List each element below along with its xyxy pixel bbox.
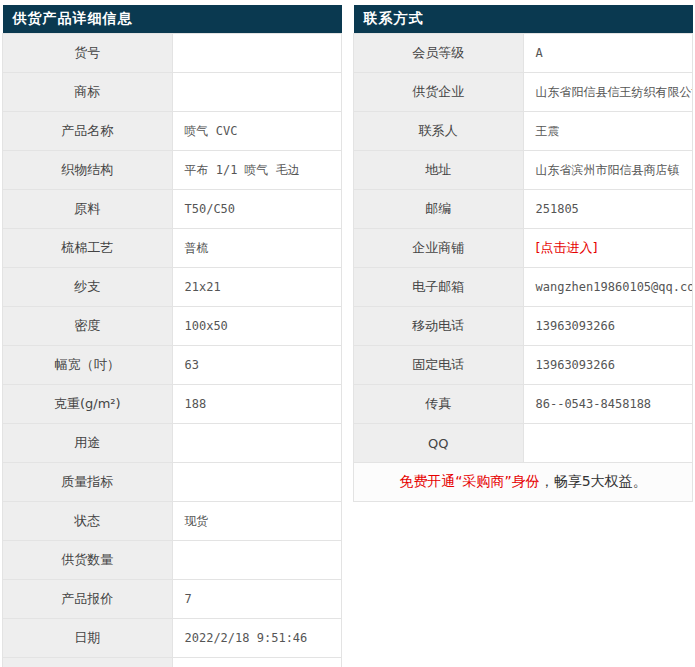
- row-value: 王震: [523, 112, 693, 151]
- row-label: 密度: [3, 307, 173, 346]
- row-label: 供货企业: [354, 73, 524, 112]
- row-label: 织物结构: [3, 151, 173, 190]
- table-row: 地址山东省滨州市阳信县商店镇: [354, 151, 693, 190]
- buyer-notice: 免费开通“采购商”身份，畅享5大权益。: [354, 463, 693, 502]
- row-label: 克重(g/m²): [3, 385, 173, 424]
- contact-title: 联系方式: [354, 5, 693, 34]
- supply-product-table: 供货产品详细信息 货号商标产品名称喷气 CVC织物结构平布 1/1 喷气 毛边原…: [2, 5, 342, 667]
- row-value: 2022/2/18 9:51:46: [172, 619, 342, 658]
- notice-row: 免费开通“采购商”身份，畅享5大权益。: [354, 463, 693, 502]
- row-value: [172, 34, 342, 73]
- row-label: 备注: [3, 658, 173, 667]
- row-label: 企业商铺: [354, 229, 524, 268]
- row-value: 63: [172, 346, 342, 385]
- row-value: [172, 73, 342, 112]
- table-row: 密度100x50: [3, 307, 342, 346]
- row-label: 质量指标: [3, 463, 173, 502]
- row-value: 13963093266: [523, 346, 693, 385]
- table-row: 商标: [3, 73, 342, 112]
- row-label: 固定电话: [354, 346, 524, 385]
- row-value: [523, 424, 693, 463]
- row-value: [点击进入]: [523, 229, 693, 268]
- table-header-row: 供货产品详细信息: [3, 5, 342, 34]
- table-row: 克重(g/m²)188: [3, 385, 342, 424]
- row-value: 13963093266: [523, 307, 693, 346]
- row-label: 原料: [3, 190, 173, 229]
- row-label: 商标: [3, 73, 173, 112]
- row-label: 幅宽（吋）: [3, 346, 173, 385]
- open-buyer-account-link[interactable]: 免费开通“采购商”身份: [399, 473, 540, 489]
- table-row: 幅宽（吋）63: [3, 346, 342, 385]
- row-value: 现货: [172, 502, 342, 541]
- table-row: 邮编251805: [354, 190, 693, 229]
- table-row: 织物结构平布 1/1 喷气 毛边: [3, 151, 342, 190]
- row-label: 纱支: [3, 268, 173, 307]
- table-row: 产品报价7: [3, 580, 342, 619]
- row-label: 用途: [3, 424, 173, 463]
- supply-product-title: 供货产品详细信息: [3, 5, 342, 34]
- table-header-row: 联系方式: [354, 5, 693, 34]
- table-row: 会员等级A: [354, 34, 693, 73]
- buyer-notice-text: ，畅享5大权益。: [540, 473, 647, 489]
- row-label: 联系人: [354, 112, 524, 151]
- row-label: 传真: [354, 385, 524, 424]
- row-label: 产品报价: [3, 580, 173, 619]
- table-row: 梳棉工艺普梳: [3, 229, 342, 268]
- table-row: 备注染色漂白 喷汽 万能坯 毛边 大化: [3, 658, 342, 667]
- row-value: 251805: [523, 190, 693, 229]
- row-value: [172, 463, 342, 502]
- row-label: 产品名称: [3, 112, 173, 151]
- table-row: 状态现货: [3, 502, 342, 541]
- row-value: wangzhen19860105@qq.com: [523, 268, 693, 307]
- row-label: 货号: [3, 34, 173, 73]
- row-value: 山东省滨州市阳信县商店镇: [523, 151, 693, 190]
- row-label: 梳棉工艺: [3, 229, 173, 268]
- table-row: 用途: [3, 424, 342, 463]
- table-row: 产品名称喷气 CVC: [3, 112, 342, 151]
- row-value: 平布 1/1 喷气 毛边: [172, 151, 342, 190]
- table-row: 传真86--0543-8458188: [354, 385, 693, 424]
- table-row: 纱支21x21: [3, 268, 342, 307]
- table-row: 移动电话13963093266: [354, 307, 693, 346]
- row-label: QQ: [354, 424, 524, 463]
- row-label: 电子邮箱: [354, 268, 524, 307]
- row-value: [172, 541, 342, 580]
- table-row: 原料T50/C50: [3, 190, 342, 229]
- row-value: [172, 424, 342, 463]
- row-value: 86--0543-8458188: [523, 385, 693, 424]
- row-label: 邮编: [354, 190, 524, 229]
- page-container: 供货产品详细信息 货号商标产品名称喷气 CVC织物结构平布 1/1 喷气 毛边原…: [0, 0, 695, 667]
- contact-table: 联系方式 会员等级A供货企业山东省阳信县信王纺织有限公司联系人王震地址山东省滨州…: [353, 5, 693, 502]
- table-row: 电子邮箱wangzhen19860105@qq.com: [354, 268, 693, 307]
- table-row: 联系人王震: [354, 112, 693, 151]
- row-value: T50/C50: [172, 190, 342, 229]
- table-row: 货号: [3, 34, 342, 73]
- row-label: 地址: [354, 151, 524, 190]
- row-label: 供货数量: [3, 541, 173, 580]
- table-row: 日期2022/2/18 9:51:46: [3, 619, 342, 658]
- row-value: 普梳: [172, 229, 342, 268]
- row-value: 21x21: [172, 268, 342, 307]
- table-row: 供货企业山东省阳信县信王纺织有限公司: [354, 73, 693, 112]
- row-value: 喷气 CVC: [172, 112, 342, 151]
- table-row: 质量指标: [3, 463, 342, 502]
- table-row: 固定电话13963093266: [354, 346, 693, 385]
- row-value: 染色漂白 喷汽 万能坯 毛边 大化: [172, 658, 342, 667]
- shop-enter-link[interactable]: [点击进入]: [536, 240, 598, 255]
- table-row: 供货数量: [3, 541, 342, 580]
- table-row: QQ: [354, 424, 693, 463]
- row-label: 日期: [3, 619, 173, 658]
- row-value: A: [523, 34, 693, 73]
- row-value: 188: [172, 385, 342, 424]
- row-label: 状态: [3, 502, 173, 541]
- row-label: 会员等级: [354, 34, 524, 73]
- row-value: 100x50: [172, 307, 342, 346]
- row-label: 移动电话: [354, 307, 524, 346]
- row-value: 7: [172, 580, 342, 619]
- row-value: 山东省阳信县信王纺织有限公司: [523, 73, 693, 112]
- table-row: 企业商铺[点击进入]: [354, 229, 693, 268]
